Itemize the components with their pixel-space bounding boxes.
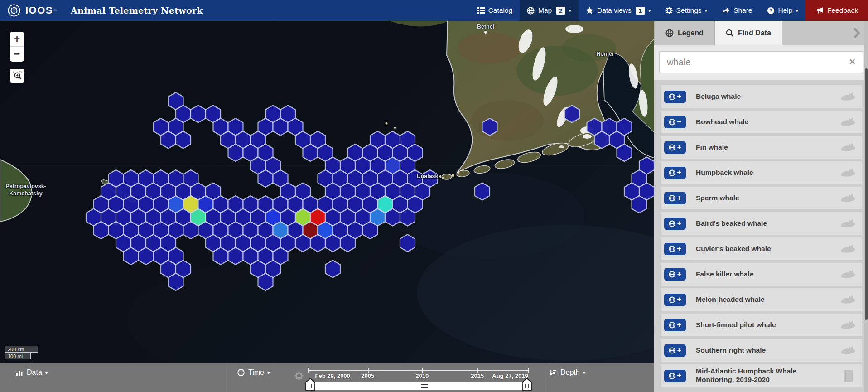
scrollbar-thumb[interactable] [865, 68, 868, 320]
whale-icon [838, 345, 858, 355]
nav-item-catalog[interactable]: Catalog [470, 0, 520, 21]
time-axis-label: 2005 [361, 373, 374, 379]
hex-bin[interactable] [169, 273, 183, 290]
whale-icon [838, 92, 858, 102]
add-to-map-button[interactable]: + [664, 218, 686, 230]
time-axis-tick [422, 368, 423, 373]
hex-bin[interactable] [139, 247, 154, 265]
remove-from-map-button[interactable]: − [664, 116, 686, 128]
time-axis-label: 2010 [415, 373, 429, 379]
sidebar-scrollbar[interactable] [864, 21, 868, 392]
time-dropdown[interactable]: Time ▾ [237, 368, 270, 377]
hex-bin[interactable] [363, 222, 378, 239]
brand-trademark: ™ [53, 9, 57, 13]
clear-search-icon[interactable]: × [849, 57, 855, 67]
find-data-search-input[interactable] [659, 51, 863, 73]
hex-bin[interactable] [258, 273, 273, 290]
nav-item-share[interactable]: Share [714, 0, 759, 21]
range-start-handle[interactable] [305, 378, 315, 391]
hex-bin[interactable] [228, 247, 243, 265]
land-alaska [390, 21, 654, 173]
map-zoom-control: + − [10, 32, 24, 62]
hex-bin[interactable] [258, 170, 273, 187]
hex-bin[interactable] [385, 209, 400, 226]
add-to-map-button[interactable]: + [664, 294, 686, 306]
hex-bin[interactable] [340, 235, 355, 252]
star-icon [586, 7, 593, 14]
hex-bin[interactable] [191, 106, 206, 123]
caret-down-icon: ▾ [583, 370, 586, 376]
divider [544, 363, 544, 392]
hex-bin[interactable] [176, 131, 191, 149]
hex-bin[interactable] [325, 235, 340, 252]
add-to-map-button[interactable]: + [664, 192, 686, 204]
hex-bin[interactable] [310, 235, 325, 252]
hex-bin[interactable] [482, 118, 497, 136]
map-canvas[interactable]: BethelHomerUnalaskaPetropavlovsk-Kamchat… [0, 21, 654, 392]
time-range-bar[interactable] [306, 382, 531, 390]
result-label: Melon-headed whale [696, 293, 838, 307]
tab-find-data[interactable]: Find Data [715, 21, 782, 45]
nav-item-map[interactable]: Map2▾ [520, 0, 579, 21]
help-icon: ? [767, 7, 775, 15]
time-settings-gear-icon[interactable] [294, 371, 304, 380]
whale-icon [838, 295, 858, 305]
hex-bin[interactable] [475, 183, 490, 200]
result-item: +Beluga whale [661, 85, 862, 108]
hex-bin[interactable] [325, 261, 340, 278]
whale-icon [838, 218, 858, 228]
hex-bin[interactable] [183, 222, 198, 239]
zoom-in-button[interactable]: + [10, 32, 24, 47]
time-dropdown-label: Time [248, 368, 264, 377]
place-label-petropavlovsk-kamchatsky: Petropavlovsk-Kamchatsky [0, 183, 60, 197]
data-dropdown[interactable]: Data ▾ [16, 368, 48, 377]
map-basemap [0, 21, 654, 392]
add-to-map-button[interactable]: + [664, 344, 686, 357]
hex-bin[interactable] [400, 235, 415, 252]
range-end-handle[interactable] [522, 378, 532, 391]
add-to-map-button[interactable]: + [664, 370, 686, 382]
nav-item-label: Settings [676, 6, 702, 15]
hex-bin[interactable] [617, 144, 632, 161]
range-drag-grip[interactable] [421, 384, 428, 388]
nav-item-data-views[interactable]: Data views1▾ [579, 0, 658, 21]
hex-bin[interactable] [228, 144, 243, 161]
place-label-homer: Homer [596, 51, 614, 57]
hex-bin[interactable] [273, 118, 288, 136]
place-label-unalaska: Unalaska [417, 173, 442, 179]
tab-legend[interactable]: Legend [654, 21, 715, 45]
whale-icon [838, 142, 858, 152]
result-label: Short-finned pilot whale [696, 318, 838, 332]
zoom-to-area-button[interactable] [10, 69, 24, 83]
nav-item-settings[interactable]: Settings▾ [658, 0, 715, 21]
hex-bin[interactable] [213, 247, 228, 265]
dataset-icon [838, 370, 858, 382]
sidebar-collapse-chevron-icon[interactable] [853, 28, 860, 38]
nav-item-help[interactable]: ?Help▾ [760, 0, 805, 21]
hex-bin[interactable] [124, 247, 139, 265]
result-item: +Cuvier's beaked whale [661, 237, 862, 260]
add-to-map-button[interactable]: + [664, 141, 686, 154]
bar-chart-icon [16, 369, 23, 376]
time-slider: Feb 29, 2000200520102015Aug 27, 2019 [308, 365, 529, 392]
hex-bin[interactable] [594, 131, 609, 149]
hex-bin[interactable] [161, 131, 176, 149]
add-to-map-button[interactable]: + [664, 319, 686, 331]
add-to-map-button[interactable]: + [664, 167, 686, 179]
hex-bin[interactable] [295, 235, 310, 252]
hex-bin[interactable] [303, 144, 318, 161]
add-to-map-button[interactable]: + [664, 268, 686, 281]
result-item: +Baird's beaked whale [661, 212, 862, 235]
result-item: +Southern right whale [661, 339, 862, 362]
hex-bin[interactable] [564, 106, 579, 123]
globe-icon [527, 7, 535, 15]
nav-item-feedback[interactable]: Feedback [805, 0, 868, 21]
depth-dropdown[interactable]: Depth ▾ [549, 368, 585, 377]
hex-bin[interactable] [632, 196, 647, 213]
caret-down-icon: ▾ [705, 8, 708, 14]
add-to-map-button[interactable]: + [664, 91, 686, 103]
zoom-out-button[interactable]: − [10, 47, 24, 62]
hex-bin[interactable] [94, 222, 109, 239]
hex-bin[interactable] [400, 209, 415, 226]
add-to-map-button[interactable]: + [664, 243, 686, 255]
